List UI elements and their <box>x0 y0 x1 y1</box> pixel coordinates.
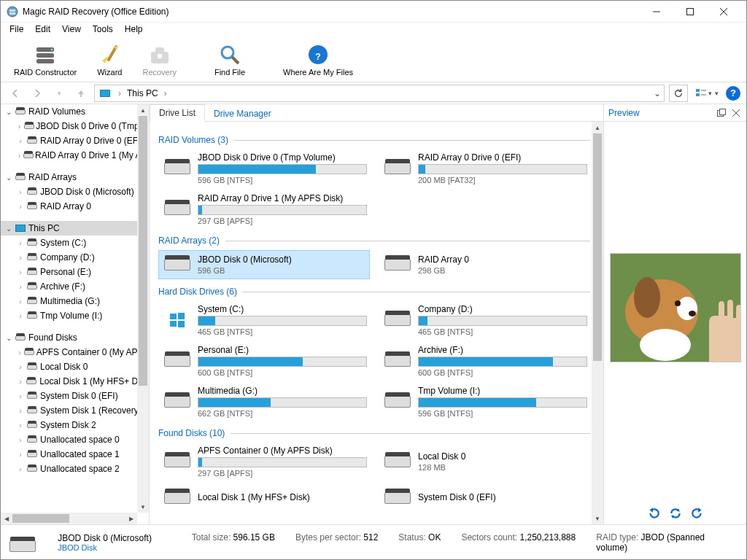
nav-history-dropdown[interactable]: ▾ <box>50 85 68 102</box>
drive-item[interactable]: Company (D:)465 GB [NTFS] <box>379 301 590 339</box>
section-header[interactable]: RAID Volumes (3)˄ <box>158 135 600 145</box>
drive-item[interactable]: RAID Array 0 Drive 0 (EFI)200 MB [FAT32] <box>379 149 590 187</box>
tree-item[interactable]: ›APFS Container 0 (My APFS Disk) <box>1 345 149 359</box>
tree-scrollbar-vertical[interactable]: ▲ ▼ <box>137 104 149 513</box>
preview-close-button[interactable] <box>730 107 742 119</box>
minimize-button[interactable] <box>640 1 673 23</box>
tree-group[interactable]: ⌄Found Disks <box>1 330 149 345</box>
drive-meta: 600 GB [NTFS] <box>418 368 587 377</box>
tree-item[interactable]: ›Personal (E:) <box>1 265 149 279</box>
drive-name: RAID Array 0 <box>418 254 587 265</box>
drive-item[interactable]: System (C:)465 GB [NTFS] <box>158 301 370 339</box>
view-options-button[interactable]: ▾ ▾ <box>692 86 721 101</box>
nav-back[interactable] <box>7 85 24 102</box>
menu-tools[interactable]: Tools <box>87 23 119 37</box>
tab-drive-list[interactable]: Drive List <box>150 104 205 122</box>
view-icon <box>695 88 707 99</box>
status-label: Total size: <box>192 532 231 542</box>
refresh-button[interactable] <box>669 85 688 102</box>
chevron-right-icon[interactable]: › <box>161 88 170 98</box>
drive-item[interactable]: System Disk 0 (EFI) <box>379 483 590 513</box>
nav-forward[interactable] <box>28 85 46 102</box>
disk-icon <box>161 157 193 180</box>
tree-item[interactable]: ›Tmp Volume (I:) <box>1 308 149 323</box>
tree-item[interactable]: ›System Disk 1 (Recovery) <box>1 403 149 418</box>
tree-item[interactable]: ›System Disk 2 <box>1 418 149 432</box>
content-scrollbar-vertical[interactable]: ▲ ▼ <box>592 122 603 524</box>
tree-item[interactable]: ›RAID Array 0 Drive 0 (EFI) <box>1 133 149 148</box>
status-label: Sectors count: <box>461 532 517 542</box>
status-label: Bytes per sector: <box>295 532 361 542</box>
tree-item[interactable]: ›System Disk 0 (EFI) <box>1 389 149 403</box>
drive-item[interactable]: Tmp Volume (I:)596 GB [NTFS] <box>379 383 590 421</box>
drive-meta: 297 GB [APFS] <box>198 469 367 478</box>
address-bar[interactable]: › This PC › ⌄ <box>94 85 665 102</box>
section-header[interactable]: RAID Arrays (2)˄ <box>158 236 600 246</box>
tree-item[interactable]: ›Local Disk 1 (My HFS+ Disk) <box>1 374 149 389</box>
tree-item[interactable]: ›Multimedia (G:) <box>1 294 149 308</box>
tree-group[interactable]: ⌄This PC <box>1 221 149 236</box>
drive-item[interactable]: RAID Array 0 Drive 1 (My APFS Disk)297 G… <box>158 190 370 228</box>
tree-item[interactable]: ›RAID Array 0 Drive 1 (My APFS Disk) <box>1 148 149 163</box>
drive-meta: 600 GB [NTFS] <box>198 368 367 377</box>
menu-file[interactable]: File <box>4 23 29 37</box>
tree-group[interactable]: ⌄RAID Arrays <box>1 170 149 184</box>
tree-item[interactable]: ›Local Disk 0 <box>1 359 149 374</box>
nav-bar: ▾ › This PC › ⌄ ▾ ▾ ? <box>1 82 746 104</box>
tree-item[interactable]: ›Unallocated space 1 <box>1 447 149 462</box>
tree-item[interactable]: ›System (C:) <box>1 236 149 250</box>
help-button[interactable]: ? <box>726 86 740 101</box>
menu-help[interactable]: Help <box>119 23 149 37</box>
refresh-preview-button[interactable] <box>669 507 682 520</box>
svg-point-17 <box>222 47 233 58</box>
drive-meta: 596 GB [NTFS] <box>198 176 367 184</box>
disk-icon <box>161 450 193 473</box>
drive-item[interactable]: APFS Container 0 (My APFS Disk)297 GB [A… <box>158 443 370 481</box>
tool-find-file[interactable]: Find File <box>207 42 252 78</box>
drive-item[interactable]: Local Disk 1 (My HFS+ Disk) <box>158 483 370 513</box>
tree-item[interactable]: ›Unallocated space 0 <box>1 432 149 447</box>
tab-drive-manager[interactable]: Drive Manager <box>205 104 280 121</box>
nav-up[interactable] <box>72 85 90 102</box>
breadcrumb-root[interactable]: This PC <box>124 88 161 98</box>
svg-rect-27 <box>170 321 177 327</box>
close-button[interactable] <box>707 1 740 23</box>
tree-item[interactable]: ›JBOD Disk 0 Drive 0 (Tmp Volume) <box>1 119 149 133</box>
drive-name: RAID Array 0 Drive 0 (EFI) <box>418 152 587 163</box>
maximize-button[interactable] <box>673 1 707 23</box>
drive-item[interactable]: JBOD Disk 0 (Microsoft)596 GB <box>158 250 370 279</box>
address-dropdown[interactable]: ⌄ <box>651 88 664 98</box>
menu-edit[interactable]: Edit <box>29 23 56 37</box>
rotate-ccw-button[interactable] <box>647 507 660 520</box>
rotate-cw-button[interactable] <box>691 507 704 520</box>
menu-view[interactable]: View <box>56 23 87 37</box>
chevron-down-icon: ▾ <box>715 90 719 97</box>
tool-raid-constructor[interactable]: RAID Constructor <box>7 42 84 78</box>
drive-item[interactable]: JBOD Disk 0 Drive 0 (Tmp Volume)596 GB [… <box>158 149 370 187</box>
preview-panel: Preview <box>603 104 746 524</box>
tree-item[interactable]: ›RAID Array 0 <box>1 199 149 214</box>
section-header[interactable]: Hard Disk Drives (6)˄ <box>158 287 600 297</box>
drive-item[interactable]: Personal (E:)600 GB [NTFS] <box>158 342 370 380</box>
chevron-right-icon[interactable]: › <box>115 88 124 98</box>
drive-item[interactable]: Archive (F:)600 GB [NTFS] <box>379 342 590 380</box>
drive-meta: 662 GB [NTFS] <box>198 409 367 418</box>
section-header[interactable]: Found Disks (10)˄ <box>158 428 600 438</box>
svg-point-10 <box>51 48 53 50</box>
tree-item[interactable]: ›Archive (F:) <box>1 279 149 294</box>
tree-group[interactable]: ⌄RAID Volumes <box>1 104 149 119</box>
tool-where-files[interactable]: ? Where Are My Files <box>276 42 360 78</box>
drive-item[interactable]: Multimedia (G:)662 GB [NTFS] <box>158 383 370 421</box>
tree-scrollbar-horizontal[interactable]: ◀ ▶ <box>1 513 137 524</box>
tree-item[interactable]: ›JBOD Disk 0 (Microsoft) <box>1 184 149 199</box>
svg-rect-9 <box>36 59 54 63</box>
tool-wizard[interactable]: Wizard <box>90 42 129 78</box>
disk-icon <box>161 486 193 510</box>
status-disk-name: JBOD Disk 0 (Microsoft) <box>58 533 177 543</box>
tree-item[interactable]: ›Company (D:) <box>1 250 149 265</box>
drive-item[interactable]: Local Disk 0128 MB <box>379 443 590 481</box>
tree-item[interactable]: ›Unallocated space 2 <box>1 462 149 476</box>
drive-item[interactable]: RAID Array 0298 GB <box>379 250 590 279</box>
status-value: 512 <box>363 532 378 542</box>
preview-popout-button[interactable] <box>716 107 727 119</box>
